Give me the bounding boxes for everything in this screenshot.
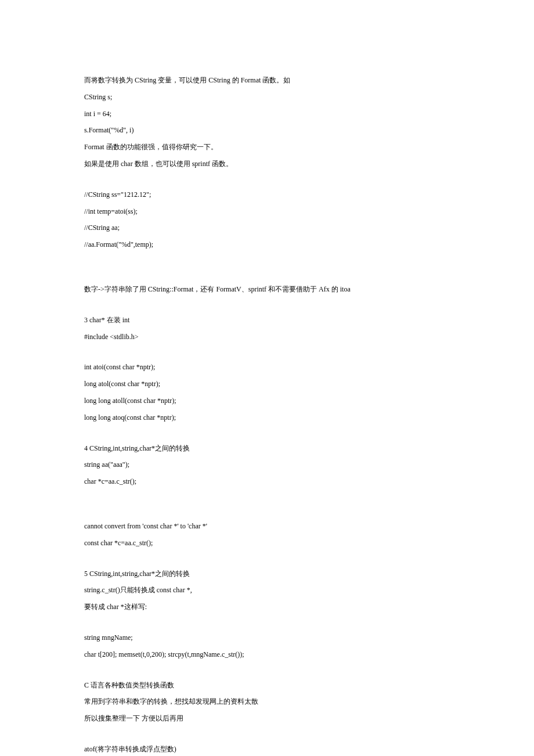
text-line: #include <stdlib.h> — [84, 332, 450, 342]
text-line: 4 CString,int,string,char*之间的转换 — [84, 444, 450, 453]
text-line: int atoi(const char *nptr); — [84, 362, 450, 372]
blank-line — [84, 430, 450, 444]
text-line: 3 char* 在装 int — [84, 315, 450, 325]
blank-line — [84, 507, 450, 521]
text-line: C 语言各种数值类型转换函数 — [84, 681, 450, 690]
text-line: Format 函数的功能很强，值得你研究一下。 — [84, 142, 450, 152]
text-line: 如果是使用 char 数组，也可以使用 sprintf 函数。 — [84, 159, 450, 169]
text-line: string.c_str()只能转换成 const char *, — [84, 585, 450, 595]
text-line: 要转成 char *这样写: — [84, 602, 450, 612]
blank-line — [84, 730, 450, 744]
blank-line — [84, 667, 450, 681]
text-line: //aa.Format("%d",temp); — [84, 240, 450, 250]
text-line: long atol(const char *nptr); — [84, 379, 450, 389]
text-line: int i = 64; — [84, 109, 450, 119]
blank-line — [84, 176, 450, 190]
text-line: s.Format("%d", i) — [84, 125, 450, 135]
blank-line — [84, 257, 450, 271]
text-line: 所以搜集整理一下 方便以后再用 — [84, 714, 450, 723]
text-line: 常用到字符串和数字的转换，想找却发现网上的资料太散 — [84, 697, 450, 707]
text-line: 数字->字符串除了用 CString::Format，还有 FormatV、sp… — [84, 285, 450, 294]
text-line: long long atoll(const char *nptr); — [84, 396, 450, 406]
text-line: //CString ss="1212.12"; — [84, 190, 450, 200]
text-line: string mngName; — [84, 633, 450, 643]
blank-line — [84, 271, 450, 285]
text-line: atof(将字符串转换成浮点型数) — [84, 744, 450, 754]
blank-line — [84, 494, 450, 507]
text-line: long long atoq(const char *nptr); — [84, 413, 450, 423]
text-line: const char *c=aa.c_str(); — [84, 538, 450, 548]
blank-line — [84, 619, 450, 633]
document-page: 而将数字转换为 CString 变量，可以使用 CString 的 Format… — [0, 0, 534, 756]
blank-line — [84, 348, 450, 362]
text-line: //int temp=atoi(ss); — [84, 207, 450, 217]
text-line: //CString aa; — [84, 223, 450, 233]
text-line: char *c=aa.c_str(); — [84, 477, 450, 487]
blank-line — [84, 301, 450, 315]
text-line: string aa("aaa"); — [84, 460, 450, 470]
text-line: 5 CString,int,string,char*之间的转换 — [84, 569, 450, 579]
text-line: cannot convert from 'const char *' to 'c… — [84, 521, 450, 531]
text-line: char t[200]; memset(t,0,200); strcpy(t,m… — [84, 650, 450, 660]
blank-line — [84, 555, 450, 569]
text-line: CString s; — [84, 92, 450, 102]
text-line: 而将数字转换为 CString 变量，可以使用 CString 的 Format… — [84, 75, 450, 85]
